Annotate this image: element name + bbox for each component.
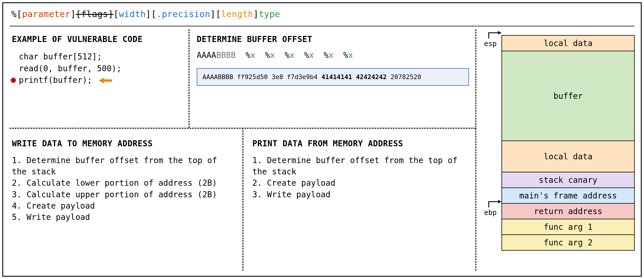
stack-cell-arg1: func arg 1 xyxy=(502,219,634,235)
format-string-header: %[parameter][flags][width][.precision][l… xyxy=(11,9,280,19)
stack-cell-local-data-top: local data xyxy=(502,36,634,51)
bracket: [ xyxy=(114,9,119,19)
dashed-divider xyxy=(189,29,189,128)
x: x xyxy=(309,50,314,60)
fmt-percent: % xyxy=(11,9,17,19)
stack-cell-return: return address xyxy=(502,204,634,219)
print-title: PRINT DATA FROM MEMORY ADDRESS xyxy=(252,139,470,148)
perc: % xyxy=(343,50,348,60)
ebp-label: ebp xyxy=(484,209,497,217)
bracket: ] xyxy=(70,9,76,19)
code-block: char buffer[512]; read(0, buffer, 500); … xyxy=(12,51,183,86)
esp-label: esp xyxy=(484,40,497,48)
stack-cell-arg2: func arg 2 xyxy=(502,235,634,251)
fmt-flags: [flags] xyxy=(76,9,114,19)
fmt-precision: .precision xyxy=(156,9,210,19)
breakpoint-icon xyxy=(11,78,16,83)
bracket: ] xyxy=(146,9,151,19)
bracket: [ xyxy=(216,9,221,19)
dashed-divider xyxy=(242,128,243,271)
x: x xyxy=(270,50,275,60)
output-bold: 41414141 42424242 xyxy=(322,73,387,81)
code-text: printf(buffer); xyxy=(19,75,92,85)
section-print: PRINT DATA FROM MEMORY ADDRESS 1. Determ… xyxy=(252,139,470,200)
stack-cell-local-data-bottom: local data xyxy=(502,141,634,172)
section-example: EXAMPLE OF VULNERABLE CODE char buffer[5… xyxy=(12,34,183,86)
bracket: [ xyxy=(151,9,157,19)
offset-output: AAAABBBB ff925d50 3e8 f7d3e9b4 41414141 … xyxy=(197,68,469,86)
section-offset: DETERMINE BUFFER OFFSET AAAABBBB %x %x %… xyxy=(197,34,469,86)
svg-marker-2 xyxy=(498,200,501,203)
perc: % xyxy=(265,50,270,60)
offset-aaaa: AAAA xyxy=(197,50,216,60)
perc: % xyxy=(246,50,251,60)
bracket: ] xyxy=(210,9,216,19)
write-steps: 1. Determine buffer offset from the top … xyxy=(12,155,235,223)
fmt-width: width xyxy=(119,9,146,19)
bracket: ] xyxy=(253,9,259,19)
stack-column: local data buffer local data stack canar… xyxy=(501,35,635,251)
offset-title: DETERMINE BUFFER OFFSET xyxy=(197,34,469,44)
code-line-3: printf(buffer); xyxy=(12,74,183,86)
output-post: 20782520 xyxy=(387,73,421,81)
stack-cell-canary: stack canary xyxy=(502,172,634,188)
offset-input-string: AAAABBBB %x %x %x %x %x %x xyxy=(197,50,469,60)
fmt-parameter: parameter xyxy=(22,9,70,19)
code-line-1: char buffer[512]; xyxy=(12,51,183,63)
arrow-left-icon xyxy=(99,77,112,84)
example-title: EXAMPLE OF VULNERABLE CODE xyxy=(12,34,183,44)
fmt-type: type xyxy=(259,9,280,19)
dashed-divider xyxy=(475,29,476,271)
output-pre: AAAABBBB ff925d50 3e8 f7d3e9b4 xyxy=(202,73,322,81)
write-title: WRITE DATA TO MEMORY ADDRESS xyxy=(12,139,235,148)
offset-bbbb: BBBB xyxy=(216,50,236,60)
x: x xyxy=(289,50,294,60)
section-write: WRITE DATA TO MEMORY ADDRESS 1. Determin… xyxy=(12,139,235,223)
bracket: [ xyxy=(17,9,22,19)
print-steps: 1. Determine buffer offset from the top … xyxy=(252,155,470,200)
svg-marker-1 xyxy=(498,31,501,34)
x: x xyxy=(250,50,255,60)
header-divider xyxy=(10,26,634,26)
svg-marker-0 xyxy=(99,78,112,83)
x: x xyxy=(329,50,333,60)
stack-cell-buffer: buffer xyxy=(502,51,634,141)
perc: % xyxy=(324,50,329,60)
code-line-2: read(0, buffer, 500); xyxy=(12,63,183,75)
ebp-arrow-icon xyxy=(487,199,501,208)
stack-cell-main-frame: main's frame address xyxy=(502,188,634,204)
fmt-length: length xyxy=(221,9,253,19)
diagram-frame: %[parameter][flags][width][.precision][l… xyxy=(2,2,642,277)
perc: % xyxy=(304,50,309,60)
esp-arrow-icon xyxy=(487,30,501,39)
x: x xyxy=(348,50,353,60)
perc: % xyxy=(284,50,289,60)
